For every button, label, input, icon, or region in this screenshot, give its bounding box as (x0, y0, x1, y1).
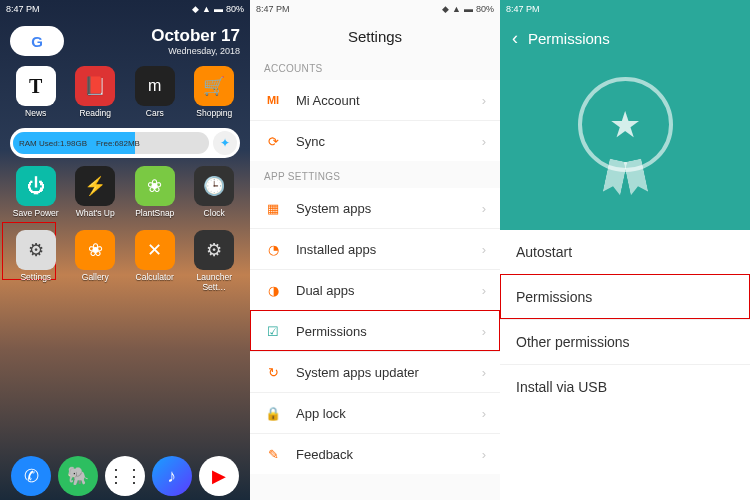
app-launcher-settings[interactable]: ⚙Launcher Sett… (187, 230, 243, 292)
bolt-icon: ⚡ (75, 166, 115, 206)
page-title: Permissions (528, 30, 610, 47)
app-shopping[interactable]: 🛒Shopping (187, 66, 243, 118)
row-permissions[interactable]: ☑ Permissions › (250, 310, 500, 351)
row-dual-apps[interactable]: ◑ Dual apps › (250, 269, 500, 310)
row-sync[interactable]: ⟳ Sync › (250, 120, 500, 161)
app-row-1: TNews 📕Reading mCars 🛒Shopping (0, 60, 250, 124)
ribbon-icon (602, 159, 627, 196)
status-bar: 8:47 PM ◆ ▲ ▬ 80% (0, 0, 250, 18)
status-time: 8:47 PM (6, 4, 40, 14)
signal-icon: ▲ (202, 4, 211, 14)
app-plantsnap[interactable]: ❀PlantSnap (127, 166, 183, 218)
ram-widget[interactable]: RAM Used:1.98GB Free:682MB ✦ (10, 128, 240, 158)
row-app-lock[interactable]: 🔒 App lock › (250, 392, 500, 433)
settings-screen: 8:47 PM ◆ ▲ ▬ 80% Settings ACCOUNTS MI M… (250, 0, 500, 500)
home-screen: 8:47 PM ◆ ▲ ▬ 80% G October 17 Wednesday… (0, 0, 250, 500)
chevron-right-icon: › (482, 93, 486, 108)
battery-pct: 80% (476, 4, 494, 14)
chevron-right-icon: › (482, 242, 486, 257)
status-icons: ◆ ▲ ▬ 80% (192, 4, 244, 14)
calculator-icon: ✕ (135, 230, 175, 270)
app-reading[interactable]: 📕Reading (68, 66, 124, 118)
row-install-usb[interactable]: Install via USB (500, 364, 750, 409)
chevron-right-icon: › (482, 134, 486, 149)
battery-icon: ▬ (464, 4, 473, 14)
launcher-icon: ⚙ (194, 230, 234, 270)
ram-bar: RAM Used:1.98GB Free:682MB (13, 132, 209, 154)
signal-icon: ▲ (452, 4, 461, 14)
row-system-apps[interactable]: ▦ System apps › (250, 188, 500, 228)
app-settings[interactable]: ⚙Settings (8, 230, 64, 292)
plant-icon: ❀ (135, 166, 175, 206)
sync-icon: ⟳ (264, 132, 282, 150)
dock-apps[interactable]: ⋮⋮ (105, 456, 145, 496)
chevron-right-icon: › (482, 201, 486, 216)
mi-icon: MI (264, 91, 282, 109)
chevron-right-icon: › (482, 406, 486, 421)
grid-icon: ▦ (264, 199, 282, 217)
update-icon: ↻ (264, 363, 282, 381)
ram-used-label: RAM Used:1.98GB (19, 139, 87, 148)
permissions-screen: 8:47 PM ‹ Permissions ★ Autostart Permis… (500, 0, 750, 500)
reading-icon: 📕 (75, 66, 115, 106)
date-widget[interactable]: October 17 Wednesday, 2018 (151, 26, 240, 56)
wifi-icon: ◆ (192, 4, 199, 14)
dock-phone[interactable]: ✆ (11, 456, 51, 496)
dock-evernote[interactable]: 🐘 (58, 456, 98, 496)
app-row-2: ⏻Save Power ⚡What's Up ❀PlantSnap 🕒Clock (0, 160, 250, 224)
gear-icon: ⚙ (16, 230, 56, 270)
battery-pct: 80% (226, 4, 244, 14)
dock-youtube[interactable]: ▶ (199, 456, 239, 496)
ram-free-label: Free:682MB (96, 139, 140, 148)
app-whatsup[interactable]: ⚡What's Up (68, 166, 124, 218)
phone-icon: ✆ (11, 456, 51, 496)
row-permissions[interactable]: Permissions (500, 274, 750, 319)
apps-icon: ◔ (264, 240, 282, 258)
app-save-power[interactable]: ⏻Save Power (8, 166, 64, 218)
shield-icon: ☑ (264, 322, 282, 340)
row-installed-apps[interactable]: ◔ Installed apps › (250, 228, 500, 269)
broom-icon: ✦ (220, 136, 230, 150)
status-time: 8:47 PM (506, 4, 540, 14)
date-main: October 17 (151, 26, 240, 46)
date-sub: Wednesday, 2018 (151, 46, 240, 56)
app-news[interactable]: TNews (8, 66, 64, 118)
wifi-icon: ◆ (442, 4, 449, 14)
star-icon: ★ (609, 104, 641, 146)
feedback-icon: ✎ (264, 445, 282, 463)
music-icon: ♪ (152, 456, 192, 496)
dock-music[interactable]: ♪ (152, 456, 192, 496)
chevron-right-icon: › (482, 324, 486, 339)
page-title: Settings (250, 18, 500, 53)
youtube-icon: ▶ (199, 456, 239, 496)
row-autostart[interactable]: Autostart (500, 230, 750, 274)
app-row-3: ⚙Settings ❀Gallery ✕Calculator ⚙Launcher… (0, 224, 250, 298)
back-button[interactable]: ‹ (512, 28, 518, 49)
chevron-right-icon: › (482, 283, 486, 298)
row-other-permissions[interactable]: Other permissions (500, 319, 750, 364)
ribbon-icon (623, 159, 648, 196)
status-icons: ◆ ▲ ▬ 80% (442, 4, 494, 14)
dock: ✆ 🐘 ⋮⋮ ♪ ▶ (0, 456, 250, 496)
ram-clean-button[interactable]: ✦ (213, 131, 237, 155)
gallery-icon: ❀ (75, 230, 115, 270)
power-icon: ⏻ (16, 166, 56, 206)
row-system-updater[interactable]: ↻ System apps updater › (250, 351, 500, 392)
cars-icon: m (135, 66, 175, 106)
chevron-right-icon: › (482, 365, 486, 380)
evernote-icon: 🐘 (58, 456, 98, 496)
section-app-settings: APP SETTINGS (250, 161, 500, 188)
app-clock[interactable]: 🕒Clock (187, 166, 243, 218)
clock-icon: 🕒 (194, 166, 234, 206)
news-icon: T (16, 66, 56, 106)
chevron-right-icon: › (482, 447, 486, 462)
row-mi-account[interactable]: MI Mi Account › (250, 80, 500, 120)
google-search-widget[interactable]: G (10, 26, 64, 56)
google-logo-icon: G (31, 33, 43, 50)
app-gallery[interactable]: ❀Gallery (68, 230, 124, 292)
row-feedback[interactable]: ✎ Feedback › (250, 433, 500, 474)
dual-icon: ◑ (264, 281, 282, 299)
app-cars[interactable]: mCars (127, 66, 183, 118)
app-calculator[interactable]: ✕Calculator (127, 230, 183, 292)
apps-icon: ⋮⋮ (105, 456, 145, 496)
